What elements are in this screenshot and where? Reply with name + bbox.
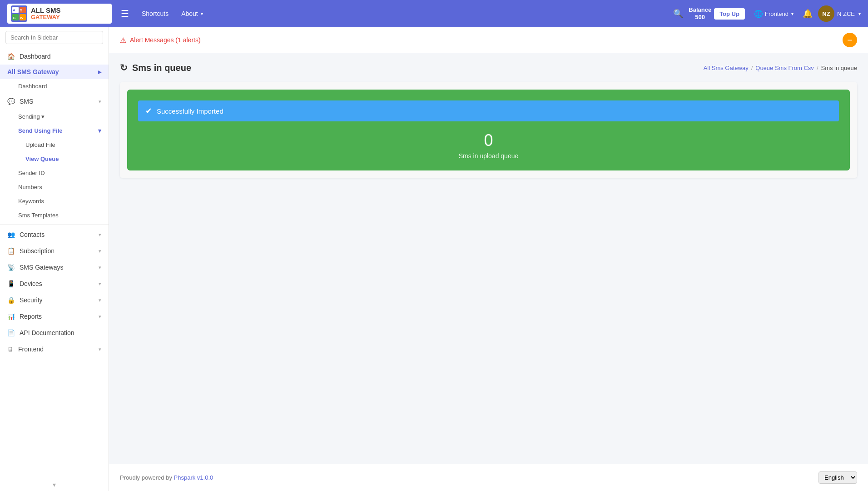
sidebar-item-upload-file[interactable]: Upload File: [0, 138, 109, 152]
footer-link[interactable]: Phspark v1.0.0: [174, 474, 213, 481]
main-content: ⚠ Alert Messages (1 alerts) − ↻ Sms in q…: [109, 27, 868, 491]
contacts-icon: 👥: [7, 231, 15, 238]
page-content: ↻ Sms in queue All Sms Gateway / Queue S…: [109, 53, 868, 464]
page-title-text: Sms in queue: [132, 63, 191, 73]
sidebar-item-dashboard[interactable]: Dashboard: [0, 79, 109, 93]
sidebar-item-sending[interactable]: Sending ▾: [0, 110, 109, 124]
sidebar-scroll-down[interactable]: ▾: [0, 478, 109, 491]
language-select[interactable]: EnglishFrenchSpanish: [818, 471, 857, 484]
card-inner: ✔ Successfully Imported 0 Sms in upload …: [120, 82, 857, 178]
sidebar-item-devices[interactable]: 📱 Devices ▾: [0, 276, 109, 292]
hamburger-button[interactable]: ☰: [121, 8, 129, 19]
sidebar-item-view-queue[interactable]: View Queue: [0, 152, 109, 166]
avatar: NZ: [818, 5, 834, 22]
send-file-arrow-icon: ▾: [98, 127, 101, 134]
svg-text:G: G: [13, 16, 15, 20]
sidebar-section-all-sms[interactable]: All SMS Gateway ▸: [0, 65, 109, 79]
alert-bar: ⚠ Alert Messages (1 alerts) −: [109, 27, 868, 53]
nav-links: Shortcuts About ▾: [136, 7, 666, 20]
queue-label: Sms in upload queue: [138, 152, 839, 160]
navbar-right: 🔍 Balance 500 Top Up 🌐 Frontend ▾ 🔔 NZ N…: [673, 5, 861, 22]
sidebar-search-area: [0, 27, 109, 48]
queue-box: ✔ Successfully Imported 0 Sms in upload …: [127, 90, 850, 170]
topup-button[interactable]: Top Up: [714, 8, 745, 20]
sms-gateways-arrow-icon: ▾: [99, 265, 101, 271]
alert-warning-icon: ⚠: [120, 36, 126, 45]
breadcrumb-part1[interactable]: All Sms Gateway: [704, 65, 749, 71]
user-chevron-icon: ▾: [858, 11, 861, 16]
frontend-dropdown[interactable]: 🌐 Frontend ▾: [750, 7, 797, 21]
queue-card: ✔ Successfully Imported 0 Sms in upload …: [120, 82, 857, 178]
search-input[interactable]: [5, 31, 103, 44]
brand-name-line1: ALL SMS: [31, 7, 61, 15]
api-docs-icon: 📄: [7, 329, 15, 336]
svg-text:W: W: [20, 16, 24, 20]
alert-text: ⚠ Alert Messages (1 alerts): [120, 36, 201, 45]
reports-icon: 📊: [7, 313, 15, 320]
balance-label: Balance 500: [689, 6, 711, 20]
sms-gateways-icon: 📡: [7, 264, 15, 271]
sidebar-nav: 🏠 Dashboard All SMS Gateway ▸ Dashboard …: [0, 48, 109, 478]
sidebar-item-keywords[interactable]: Keywords: [0, 194, 109, 208]
breadcrumb-current: Sms in queue: [821, 65, 858, 71]
reports-arrow-icon: ▾: [99, 314, 101, 320]
alert-dismiss-button[interactable]: −: [843, 33, 857, 47]
subscription-arrow-icon: ▾: [99, 248, 101, 254]
brand-text: ALL SMS GATEWAY: [31, 7, 61, 21]
page-header: ↻ Sms in queue All Sms Gateway / Queue S…: [120, 62, 857, 73]
alert-message: Alert Messages (1 alerts): [130, 36, 201, 44]
breadcrumb-sep2: /: [817, 65, 818, 71]
breadcrumb-sep1: /: [751, 65, 753, 71]
contacts-arrow-icon: ▾: [99, 232, 101, 238]
success-banner: ✔ Successfully Imported: [138, 100, 839, 121]
sidebar-item-frontend[interactable]: 🖥 Frontend ▾: [0, 341, 109, 357]
sidebar: 🏠 Dashboard All SMS Gateway ▸ Dashboard …: [0, 27, 109, 491]
refresh-icon: ↻: [120, 62, 128, 73]
footer: Proudly powered by Phspark v1.0.0 Englis…: [109, 464, 868, 491]
brand-logo: A S G W ALL SMS GATEWAY: [7, 4, 112, 24]
devices-icon: 📱: [7, 280, 15, 287]
frontend-chevron-icon: ▾: [791, 11, 794, 16]
queue-count: 0: [138, 132, 839, 149]
user-label: N ZCE: [837, 10, 855, 17]
brand-svg-icon: A S G W: [11, 5, 27, 22]
brand-name-line2: GATEWAY: [31, 14, 61, 20]
sidebar-item-sms[interactable]: 💬 SMS ▾: [0, 93, 109, 110]
check-icon: ✔: [145, 106, 152, 116]
subscription-icon: 📋: [7, 247, 15, 255]
user-menu[interactable]: NZ N ZCE ▾: [818, 5, 861, 22]
sending-arrow-icon: ▾: [41, 113, 45, 120]
bell-icon[interactable]: 🔔: [803, 9, 813, 19]
sidebar-item-sender-id[interactable]: Sender ID: [0, 166, 109, 180]
dashboard-icon: 🏠: [7, 53, 15, 60]
nav-shortcuts[interactable]: Shortcuts: [136, 7, 174, 20]
footer-powered-by: Proudly powered by Phspark v1.0.0: [120, 474, 213, 481]
sidebar-divider-1: [0, 224, 109, 225]
sms-arrow-icon: ▾: [99, 99, 101, 105]
sidebar-item-contacts[interactable]: 👥 Contacts ▾: [0, 226, 109, 243]
sidebar-item-reports[interactable]: 📊 Reports ▾: [0, 308, 109, 325]
sidebar-item-send-using-file[interactable]: Send Using File ▾: [0, 124, 109, 138]
sidebar-item-numbers[interactable]: Numbers: [0, 180, 109, 194]
all-sms-arrow-icon: ▸: [98, 68, 101, 75]
sidebar-item-dashboard-top[interactable]: 🏠 Dashboard: [0, 48, 109, 65]
frontend-arrow-icon: ▾: [99, 346, 101, 352]
breadcrumb-part2[interactable]: Queue Sms From Csv: [755, 65, 814, 71]
security-icon: 🔒: [7, 296, 15, 304]
brand-icon-box: A S G W: [11, 5, 27, 22]
globe-icon: 🌐: [754, 10, 763, 18]
devices-arrow-icon: ▾: [99, 281, 101, 287]
success-message: Successfully Imported: [157, 107, 223, 115]
svg-text:A: A: [13, 8, 15, 12]
search-icon[interactable]: 🔍: [673, 9, 683, 19]
sidebar-item-sms-templates[interactable]: Sms Templates: [0, 208, 109, 222]
sidebar-item-api-docs[interactable]: 📄 API Documentation: [0, 325, 109, 341]
nav-about[interactable]: About ▾: [176, 7, 208, 20]
sms-icon: 💬: [7, 98, 15, 105]
sidebar-item-subscription[interactable]: 📋 Subscription ▾: [0, 243, 109, 259]
navbar: A S G W ALL SMS GATEWAY ☰ Shortcuts Abou…: [0, 0, 868, 27]
sidebar-item-sms-gateways[interactable]: 📡 SMS Gateways ▾: [0, 259, 109, 276]
page-title: ↻ Sms in queue: [120, 62, 191, 73]
balance-topup-area: Balance 500 Top Up: [689, 6, 745, 20]
sidebar-item-security[interactable]: 🔒 Security ▾: [0, 292, 109, 308]
